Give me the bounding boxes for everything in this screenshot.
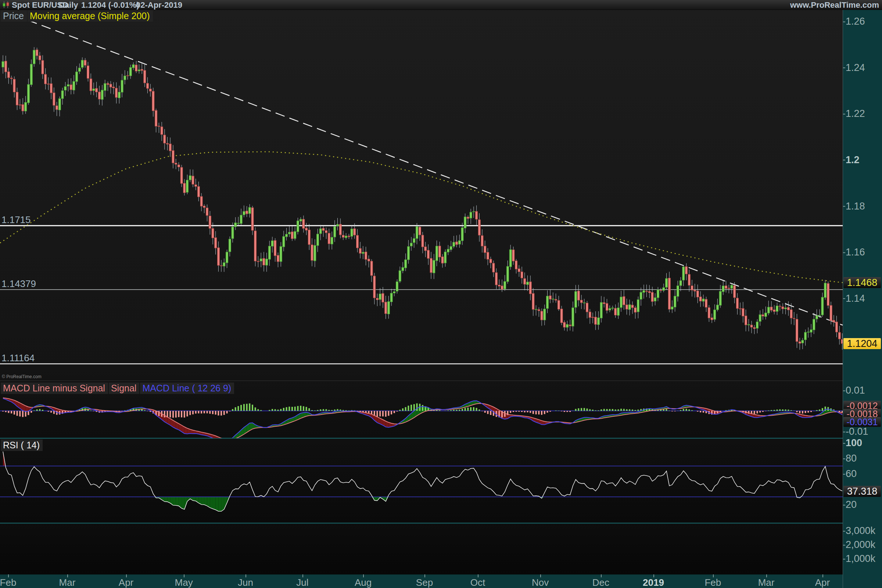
level-label-1.14379: 1.14379 xyxy=(2,278,36,290)
volume-tick-3,000k: 3,000k xyxy=(846,525,881,537)
month-label-Sep-7: Sep xyxy=(416,577,433,588)
price-tick-1.14: 1.14 xyxy=(846,292,881,304)
month-label-Apr-14: Apr xyxy=(815,577,830,588)
month-label-Mar-1: Mar xyxy=(59,577,76,588)
month-label-Jul-5: Jul xyxy=(296,577,308,588)
price-tick-1.2: 1.2 xyxy=(846,154,881,165)
month-label-2019-11: 2019 xyxy=(643,577,664,588)
macd-legend-chip-1[interactable]: Signal xyxy=(109,382,140,394)
price-badge-last: 1.1204 xyxy=(843,338,881,349)
month-label-Feb-12: Feb xyxy=(705,577,721,588)
month-label-Feb-0: Feb xyxy=(0,577,16,588)
rsi-legend-chip[interactable]: RSI ( 14) xyxy=(1,440,43,451)
site-link[interactable]: www.ProRealTime.com xyxy=(790,0,879,9)
level-label-1.11164: 1.11164 xyxy=(2,352,34,364)
macd-legend-chip-2[interactable]: MACD Line ( 12 26 9) xyxy=(140,382,234,394)
time-axis[interactable]: FebMarAprMayJunJulAugSepOctNovDec2019Feb… xyxy=(0,574,843,588)
volume-tick-1,000k: 1,000k xyxy=(846,553,881,564)
rsi-badge: 37.318 xyxy=(843,486,881,497)
price-badge-ma: 1.1468 xyxy=(843,277,881,288)
rsi-legend: RSI ( 14) xyxy=(1,440,44,451)
month-label-Apr-2: Apr xyxy=(119,577,134,588)
level-label-1.1715: 1.1715 xyxy=(2,214,31,226)
rsi-tick-80: 80 xyxy=(846,453,881,464)
price-tick-1.26: 1.26 xyxy=(846,16,881,27)
timeframe-label[interactable]: Daily xyxy=(59,0,78,9)
candlestick-icon xyxy=(2,2,10,8)
copyright-label: © ProRealTime.com xyxy=(2,374,42,379)
ma200-legend-chip[interactable]: Moving average (Simple 200) xyxy=(28,10,153,22)
price-legend-chip[interactable]: Price xyxy=(1,10,27,22)
macd-badge-2: -0.0031 xyxy=(843,417,881,427)
chart-window: 1.261.241.221.21.181.161.140.01-0.011008… xyxy=(0,0,882,588)
rsi-tick-60: 60 xyxy=(846,468,881,480)
month-label-May-3: May xyxy=(175,577,193,588)
macd-panel xyxy=(0,369,843,438)
price-axis[interactable]: 1.261.241.221.21.181.161.140.01-0.011008… xyxy=(843,9,882,588)
macd-tick--0.01: -0.01 xyxy=(846,426,881,437)
price-tick-1.22: 1.22 xyxy=(846,108,881,119)
month-label-Dec-10: Dec xyxy=(592,577,609,588)
month-label-Aug-6: Aug xyxy=(355,577,372,588)
macd-legend: MACD Line minus SignalSignalMACD Line ( … xyxy=(1,382,235,394)
month-label-Oct-8: Oct xyxy=(470,577,485,588)
price-panel xyxy=(0,9,843,369)
volume-tick-2,000k: 2,000k xyxy=(846,539,881,550)
macd-legend-chip-0[interactable]: MACD Line minus Signal xyxy=(1,382,108,394)
rsi-tick-100: 100 xyxy=(846,437,881,449)
title-bar: Spot EUR/USD Daily 1.1204 (-0.01%) 02-Ap… xyxy=(0,0,882,10)
rsi-panel xyxy=(0,438,843,524)
last-price-label: 1.1204 (-0.01%) xyxy=(81,0,139,9)
price-tick-1.18: 1.18 xyxy=(846,200,881,212)
volume-panel xyxy=(0,524,843,574)
month-label-Nov-9: Nov xyxy=(532,577,549,588)
price-tick-1.16: 1.16 xyxy=(846,247,881,258)
price-tick-1.24: 1.24 xyxy=(846,62,881,73)
rsi-tick-20: 20 xyxy=(846,499,881,510)
month-label-Jun-4: Jun xyxy=(238,577,253,588)
month-label-Mar-13: Mar xyxy=(758,577,775,588)
macd-tick-0.01: 0.01 xyxy=(846,385,881,396)
price-legend: PriceMoving average (Simple 200) xyxy=(1,10,154,22)
date-label: 02-Apr-2019 xyxy=(136,0,182,9)
